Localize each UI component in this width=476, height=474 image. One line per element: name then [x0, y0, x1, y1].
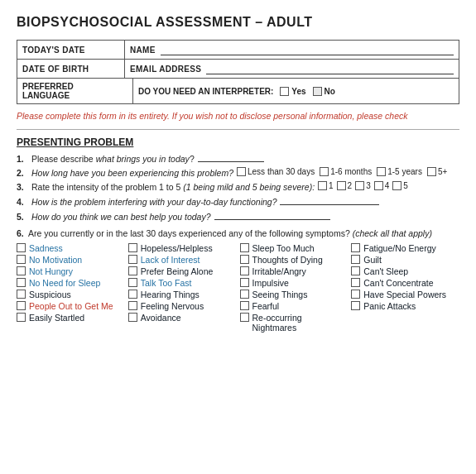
duration-less30: Less than 30 days: [237, 167, 315, 176]
symptom-panic-attacks: Panic Attacks: [351, 300, 459, 312]
q5-content: How do you think we can best help you to…: [31, 210, 330, 222]
symptom-feeling-nervous: Feeling Nervous: [128, 300, 237, 312]
symptom-col4: Fatigue/No Energy Guilt Can't Sleep Can'…: [351, 242, 459, 333]
preferred-lang-label: PREFERRED LANGUAGE: [17, 79, 133, 103]
no-checkbox-label: No: [313, 87, 335, 96]
symptom-guilt: Guilt: [351, 254, 459, 266]
symptom-no-need-sleep: No Need for Sleep: [17, 277, 125, 289]
q2-num: 2.: [17, 168, 28, 178]
rating5-checkbox[interactable]: [392, 181, 401, 190]
today-date-label: TODAY'S DATE: [17, 41, 125, 59]
symptom-col3: Sleep Too Much Thoughts of Dying Irritab…: [240, 242, 349, 333]
symptom-seeing-things: Seeing Things: [240, 289, 349, 300]
symptom-suspicious: Suspicious: [17, 289, 125, 300]
symptom-talk-too-fast: Talk Too Fast: [128, 277, 237, 289]
feeling-nervous-checkbox[interactable]: [128, 301, 137, 310]
symptom-col1: Sadness No Motivation Not Hungry No Need…: [17, 242, 125, 333]
symptom-col2: Hopeless/Helpless Lack of Interest Prefe…: [128, 242, 237, 333]
rating3-checkbox[interactable]: [355, 181, 364, 190]
talk-too-fast-checkbox[interactable]: [128, 278, 137, 287]
q4-answer[interactable]: [280, 195, 379, 205]
q3-num: 3.: [17, 182, 28, 192]
symptom-hopeless: Hopeless/Helpless: [128, 242, 237, 254]
symptom-fatigue: Fatigue/No Energy: [351, 242, 459, 254]
lack-interest-checkbox[interactable]: [128, 255, 137, 264]
symptom-prefer-alone: Prefer Being Alone: [128, 266, 237, 277]
sleep-too-much-checkbox[interactable]: [240, 243, 249, 252]
symptom-intro: 6. Are you currently or in the last 30 d…: [17, 228, 459, 238]
duration-1-6mo: 1-6 months: [320, 167, 372, 176]
nightmares-checkbox[interactable]: [240, 313, 249, 322]
hearing-things-checkbox[interactable]: [128, 290, 137, 299]
symptom-reoccurring-nightmares: Re-occurring Nightmares: [240, 312, 349, 333]
header-form: TODAY'S DATE NAME DATE OF BIRTH EMAIL AD…: [17, 40, 459, 104]
cant-concentrate-checkbox[interactable]: [351, 278, 360, 287]
email-input[interactable]: [206, 63, 454, 74]
rating1-checkbox[interactable]: [318, 181, 327, 190]
rating-1: 1: [318, 181, 334, 190]
q4-num: 4.: [17, 197, 28, 207]
form-row-2: DATE OF BIRTH EMAIL ADDRESS: [17, 60, 459, 79]
irritable-checkbox[interactable]: [240, 266, 249, 275]
impulsive-checkbox[interactable]: [240, 278, 249, 287]
symptom-thoughts-dying: Thoughts of Dying: [240, 254, 349, 266]
symptom-no-motivation: No Motivation: [17, 254, 125, 266]
interpreter-cell: DO YOU NEED AN INTERPRETER: Yes No: [133, 79, 459, 103]
symptom-impulsive: Impulsive: [240, 277, 349, 289]
dur-1-5yr-checkbox[interactable]: [377, 167, 386, 176]
duration-options: Less than 30 days 1-6 months 1-5 years 5…: [237, 167, 447, 176]
q1-answer[interactable]: [198, 152, 264, 162]
symptom-irritable: Irritable/Angry: [240, 266, 349, 277]
special-powers-checkbox[interactable]: [351, 290, 360, 299]
easily-startled-checkbox[interactable]: [17, 313, 26, 322]
avoidance-checkbox[interactable]: [128, 313, 137, 322]
yes-checkbox[interactable]: [280, 87, 289, 96]
no-checkbox[interactable]: [313, 87, 322, 96]
fatigue-checkbox[interactable]: [351, 243, 360, 252]
q2-content: How long have you been experiencing this…: [31, 167, 447, 178]
question-5: 5. How do you think we can best help you…: [17, 210, 459, 222]
rating-options: 1 2 3 4 5: [318, 181, 408, 190]
not-hungry-checkbox[interactable]: [17, 266, 26, 275]
people-out-checkbox[interactable]: [17, 301, 26, 310]
symptom-lack-interest: Lack of Interest: [128, 254, 237, 266]
email-field-cell: EMAIL ADDRESS: [125, 60, 459, 78]
q5-num: 5.: [17, 212, 28, 222]
dur-1-6mo-checkbox[interactable]: [320, 167, 329, 176]
yes-checkbox-label: Yes: [280, 87, 305, 96]
fearful-checkbox[interactable]: [240, 301, 249, 310]
rating-3: 3: [355, 181, 371, 190]
no-motivation-checkbox[interactable]: [17, 255, 26, 264]
thoughts-dying-checkbox[interactable]: [240, 255, 249, 264]
prefer-alone-checkbox[interactable]: [128, 266, 137, 275]
question-1: 1. Please describe what brings you in to…: [17, 152, 459, 164]
symptom-section: 6. Are you currently or in the last 30 d…: [17, 228, 459, 333]
seeing-things-checkbox[interactable]: [240, 290, 249, 299]
question-3: 3. Rate the intensity of the problem 1 t…: [17, 181, 459, 192]
presenting-problem-title: PRESENTING PROBLEM: [17, 136, 459, 148]
sadness-checkbox[interactable]: [17, 243, 26, 252]
symptom-sadness: Sadness: [17, 242, 125, 254]
dur-5plus-checkbox[interactable]: [427, 167, 436, 176]
rating-4: 4: [374, 181, 390, 190]
q3-content: Rate the intensity of the problem 1 to 5…: [31, 181, 408, 192]
symptom-cant-concentrate: Can't Concentrate: [351, 277, 459, 289]
q4-content: How is the problem interfering with your…: [31, 195, 379, 207]
suspicious-checkbox[interactable]: [17, 290, 26, 299]
dur-less30-checkbox[interactable]: [237, 167, 246, 176]
instruction-text: Please complete this form in its entiret…: [17, 111, 459, 121]
guilt-checkbox[interactable]: [351, 255, 360, 264]
no-need-sleep-checkbox[interactable]: [17, 278, 26, 287]
symptom-people-out: People Out to Get Me: [17, 300, 125, 312]
rating4-checkbox[interactable]: [374, 181, 383, 190]
form-row-3: PREFERRED LANGUAGE DO YOU NEED AN INTERP…: [17, 79, 459, 103]
hopeless-checkbox[interactable]: [128, 243, 137, 252]
symptom-hearing-things: Hearing Things: [128, 289, 237, 300]
rating2-checkbox[interactable]: [337, 181, 346, 190]
name-input[interactable]: [161, 44, 454, 55]
q5-answer[interactable]: [214, 210, 330, 220]
panic-attacks-checkbox[interactable]: [351, 301, 360, 310]
cant-sleep-checkbox[interactable]: [351, 266, 360, 275]
symptom-easily-startled: Easily Startled: [17, 312, 125, 323]
form-row-1: TODAY'S DATE NAME: [17, 41, 459, 60]
